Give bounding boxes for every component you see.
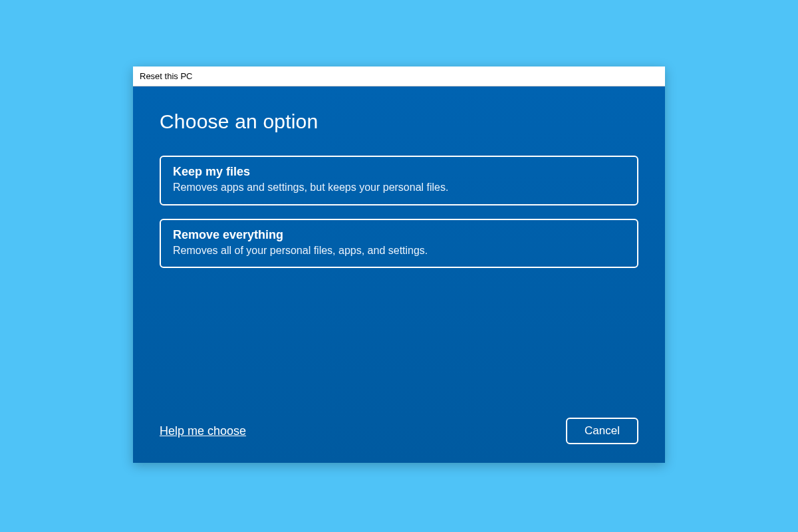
dialog-heading: Choose an option — [160, 110, 638, 133]
help-me-choose-link[interactable]: Help me choose — [160, 424, 246, 438]
option-description: Removes apps and settings, but keeps you… — [173, 180, 625, 195]
dialog-footer: Help me choose Cancel — [160, 418, 638, 444]
window-title: Reset this PC — [140, 71, 192, 81]
title-bar: Reset this PC — [133, 66, 665, 86]
option-title: Remove everything — [173, 228, 625, 242]
option-description: Removes all of your personal files, apps… — [173, 243, 625, 258]
option-keep-my-files[interactable]: Keep my files Removes apps and settings,… — [160, 156, 638, 205]
reset-pc-dialog: Reset this PC Choose an option Keep my f… — [133, 66, 665, 463]
option-remove-everything[interactable]: Remove everything Removes all of your pe… — [160, 219, 638, 269]
dialog-body: Choose an option Keep my files Removes a… — [133, 86, 665, 463]
cancel-button[interactable]: Cancel — [566, 418, 638, 444]
option-title: Keep my files — [173, 165, 625, 179]
